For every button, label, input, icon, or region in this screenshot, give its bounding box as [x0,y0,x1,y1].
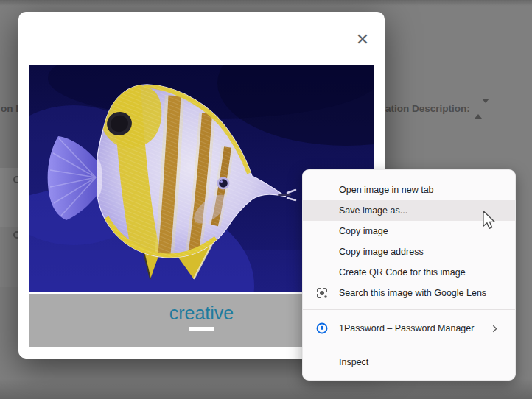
submenu-chevron-icon [492,325,497,333]
menu-separator [303,345,515,345]
caption-link-underline [189,327,214,331]
table-header-label: ation Description: [385,103,470,114]
menu-item-open-image-in-new-tab[interactable]: Open image in new tab [303,180,515,200]
table-header-fragment-right: ation Description: [385,103,489,114]
close-icon[interactable]: ✕ [352,29,373,50]
menu-item-create-qr-code[interactable]: Create QR Code for this image [303,262,515,283]
sort-icon [475,103,489,114]
menu-item-copy-image[interactable]: Copy image [303,221,515,241]
menu-item-label: Search this image with Google Lens [339,288,486,298]
menu-item-1password[interactable]: 1Password – Password Manager [303,318,515,339]
menu-separator [303,309,515,310]
menu-item-inspect[interactable]: Inspect [303,352,515,372]
backdrop-bottom-shade [0,378,532,399]
caption-link[interactable]: creative [169,303,234,324]
backdrop-top-shade [0,0,532,6]
menu-item-copy-image-address[interactable]: Copy image address [303,241,515,262]
context-menu: Open image in new tab Save image as... C… [302,169,516,381]
google-lens-icon [316,287,328,299]
menu-item-search-google-lens[interactable]: Search this image with Google Lens [303,283,515,303]
menu-item-save-image-as[interactable]: Save image as... [303,200,515,221]
1password-icon [316,322,328,334]
menu-item-label: 1Password – Password Manager [339,323,474,333]
